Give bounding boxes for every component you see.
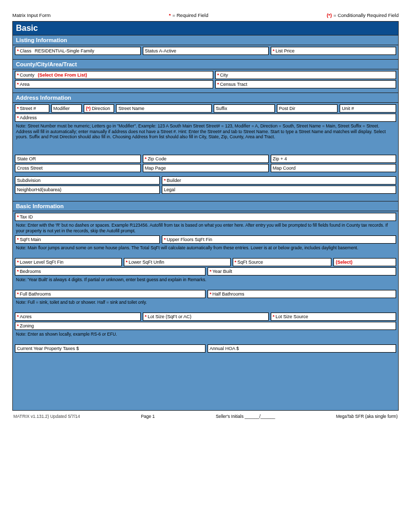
basic-info-body: * Tax ID Note: Enter with the 'R' but no…: [12, 211, 399, 411]
field-label: Current Year Property Taxes $: [17, 346, 79, 351]
field-year-built[interactable]: * Year Built: [208, 267, 396, 276]
subheader-address: Address Information: [12, 93, 399, 103]
field-property-taxes[interactable]: Current Year Property Taxes $: [15, 344, 206, 353]
field-zip[interactable]: * Zip Code: [143, 155, 269, 163]
field-lower-fin[interactable]: * Lower Level SqFt Fin: [15, 258, 122, 266]
field-neighborhood[interactable]: NeighborHd(subarea): [15, 186, 160, 194]
required-star-icon: *: [17, 82, 19, 87]
required-star-icon: *: [17, 106, 19, 111]
field-label: Lower Level SqFt Fin: [20, 260, 64, 265]
required-star-icon: *: [17, 291, 19, 297]
address-body: * Street # Modifier (*) Direction Street…: [12, 103, 399, 201]
field-sqft-source-select[interactable]: (Select): [333, 258, 396, 266]
field-subdivision[interactable]: Subdivision: [15, 176, 160, 185]
field-label: Bedrooms: [20, 269, 41, 274]
conditional-mark-icon: (*): [327, 12, 332, 18]
field-list-price[interactable]: * List Price: [271, 47, 396, 55]
required-star-icon: *: [17, 48, 19, 53]
footer-initials: Seller's Initials ______/______: [216, 414, 275, 419]
section-basic-title: Basic: [12, 21, 399, 35]
field-direction[interactable]: (*) Direction: [84, 104, 114, 113]
field-acres[interactable]: * Acres: [15, 313, 141, 321]
field-label: Lot Size Source: [275, 314, 308, 319]
field-builder[interactable]: * Builder: [162, 176, 396, 185]
field-class[interactable]: * Class RESIDENTIAL-Single Family: [15, 47, 141, 55]
tax-note: Note: Enter with the 'R' but no dashes o…: [15, 222, 396, 235]
legal-note: [15, 195, 396, 198]
field-label: Full Bathrooms: [20, 291, 51, 297]
field-label: Builder: [166, 178, 181, 183]
top-legend-row: Matrix Input Form * = Required Field (*)…: [12, 12, 399, 18]
field-label: Zip Code: [147, 156, 166, 161]
field-zip4[interactable]: Zip + 4: [271, 155, 396, 163]
form-title: Matrix Input Form: [12, 12, 50, 18]
field-lot-source[interactable]: * Lot Size Source: [271, 313, 396, 321]
field-tax-id[interactable]: * Tax ID: [15, 213, 396, 221]
subheader-basic-info: Basic Information: [12, 201, 399, 211]
field-cross-street[interactable]: Cross Street: [15, 164, 141, 172]
required-star-icon: *: [210, 291, 212, 297]
field-label: Zoning: [20, 323, 34, 328]
yearbuilt-note: Note: 'Year Built' is always 4 digits. I…: [15, 277, 396, 290]
field-city[interactable]: * City: [215, 71, 396, 79]
field-sqft-source[interactable]: * SqFt Source: [233, 258, 332, 266]
field-state[interactable]: State OR: [15, 155, 141, 163]
field-lot-size[interactable]: * Lot Size (SqFt or AC): [143, 313, 269, 321]
field-half-bath[interactable]: * Half Bathrooms: [208, 290, 396, 298]
field-label: NeighborHd(subarea): [17, 187, 62, 192]
field-label: Cross Street: [17, 166, 43, 171]
field-label: Map Coord: [273, 166, 296, 171]
field-hoa[interactable]: Annual HOA $: [208, 344, 396, 353]
field-full-bath[interactable]: * Full Bathrooms: [15, 290, 206, 298]
field-lower-unfin[interactable]: * Lower SqFt Unfin: [124, 258, 231, 266]
field-label: City: [220, 72, 228, 78]
conditional-legend: (*) = Conditionally Required Field: [327, 12, 399, 18]
field-modifier[interactable]: Modifier: [51, 104, 82, 113]
field-map-page[interactable]: Map Page: [143, 164, 269, 172]
field-label: Direction: [92, 106, 110, 111]
required-star-icon: *: [273, 314, 275, 319]
field-map-coord[interactable]: Map Coord: [271, 164, 396, 172]
required-star-icon: *: [145, 314, 147, 319]
field-label: Zip + 4: [273, 156, 287, 161]
field-label: Status A-Active: [145, 48, 176, 53]
field-legal[interactable]: Legal: [162, 186, 396, 194]
footer-formname: MegaTab SFR (aka single form): [336, 414, 398, 419]
footer-version: MATRIX v1.131.2) Updated 5/7/14: [13, 414, 80, 419]
required-star-icon: *: [273, 48, 275, 53]
field-sqft-upper[interactable]: * Upper Floors SqFt Fin: [162, 235, 396, 244]
field-label: County: [20, 72, 35, 78]
required-star-icon: *: [17, 314, 19, 319]
field-label: Half Bathrooms: [213, 291, 245, 297]
field-census-tract[interactable]: * Census Tract: [215, 80, 396, 88]
field-label: Map Page: [145, 166, 166, 171]
conditional-mark-icon: (*): [86, 106, 91, 111]
field-label: Year Built: [213, 269, 232, 274]
field-county[interactable]: * County (Select One From List): [15, 71, 213, 79]
field-street-num[interactable]: * Street #: [15, 104, 49, 113]
field-address[interactable]: * Address: [15, 114, 396, 122]
field-zoning[interactable]: * Zoning: [15, 322, 396, 330]
required-star-icon: *: [17, 214, 19, 219]
field-label: Tax ID: [20, 214, 33, 219]
field-sqft-main[interactable]: * SqFt Main: [15, 235, 160, 244]
field-label: Annual HOA $: [210, 346, 239, 351]
zoning-note: Note: Enter as shown locally, example RS…: [15, 331, 396, 344]
required-star-icon: *: [126, 260, 128, 265]
field-post-dir[interactable]: Post Dir: [277, 104, 338, 113]
required-star-icon: *: [217, 72, 219, 78]
page-container: Matrix Input Form * = Required Field (*)…: [0, 0, 411, 424]
subheader-county: County/City/Area/Tract: [12, 60, 399, 69]
listing-info-body: * Class RESIDENTIAL-Single Family Status…: [12, 45, 399, 60]
field-status[interactable]: Status A-Active: [143, 47, 269, 55]
field-street-name[interactable]: Street Name: [116, 104, 212, 113]
field-area[interactable]: * Area: [15, 80, 213, 88]
required-star-icon: *: [217, 82, 219, 87]
field-bedrooms[interactable]: * Bedrooms: [15, 267, 206, 276]
field-suffix[interactable]: Suffix: [214, 104, 275, 113]
page-footer: MATRIX v1.131.2) Updated 5/7/14 Page 1 S…: [12, 414, 399, 419]
required-star-icon: *: [17, 260, 19, 265]
required-star-icon: *: [145, 156, 147, 161]
sqft-note: Note: Main floor jumps around some on so…: [15, 245, 396, 258]
field-unit-num[interactable]: Unit #: [340, 104, 396, 113]
